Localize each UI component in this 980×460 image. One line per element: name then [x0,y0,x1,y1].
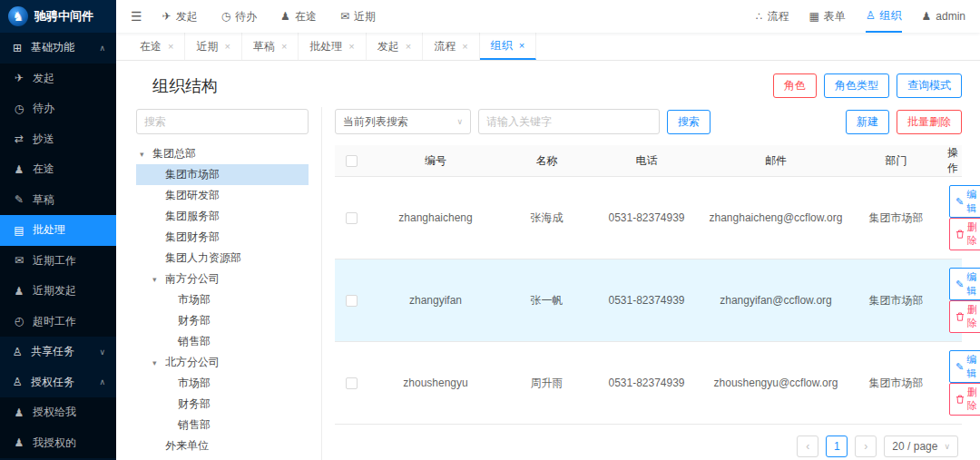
cell-phone: 0531-82374939 [590,342,703,425]
tab-batch-process[interactable]: 批处理 × [299,33,366,60]
chevron-up-icon: ∧ [99,44,105,53]
topnav-todo[interactable]: ◷ 待办 [221,0,257,33]
close-icon[interactable]: × [224,41,230,52]
tree-node-north-marketing[interactable]: 市场部 [136,373,309,394]
sidebar-item-initiate[interactable]: ✈ 发起 [0,64,116,94]
delete-button[interactable]: 删除 [949,218,980,250]
page-size-select[interactable]: 20 / page ∨ [884,436,958,457]
delete-button[interactable]: 删除 [949,300,980,333]
tree-node-external-unit[interactable]: 外来单位 [136,436,309,456]
edit-label: 编辑 [966,270,976,298]
tree-node-north-finance[interactable]: 财务部 [136,394,309,415]
topnav-initiate[interactable]: ✈ 发起 [162,0,198,33]
tree-node-group-finance[interactable]: 集团财务部 [136,227,309,248]
tree-node-label: 外来单位 [165,438,209,454]
role-button[interactable]: 角色 [773,73,817,98]
batch-delete-button[interactable]: 批量删除 [897,110,962,134]
tree-expand-icon[interactable]: ▾ [140,150,152,159]
pencil-icon: ✎ [956,196,964,208]
tab-flow[interactable]: 流程 × [423,33,479,60]
tree-search-input[interactable] [136,109,309,134]
sidebar-item-draft[interactable]: ✎ 草稿 [0,185,116,216]
prev-page-button[interactable]: ‹ [797,436,818,457]
close-icon[interactable]: × [519,40,524,51]
topnav-flow[interactable]: ∴ 流程 [756,0,789,33]
sidebar-item-label: 近期工作 [33,253,76,269]
create-button[interactable]: 新建 [846,110,889,134]
sidebar-group-authorized-tasks[interactable]: ♙ 授权任务 ∧ [0,367,116,398]
keyword-input[interactable] [478,109,660,134]
sidebar-item-cc[interactable]: ⇄ 抄送 [0,124,116,155]
tree-node-south-sales[interactable]: 销售部 [136,331,309,352]
topbar-right: ∴ 流程 ▦ 表单 ♙ 组织 ♟ admin [756,0,965,33]
close-icon[interactable]: × [462,41,467,52]
close-icon[interactable]: × [348,41,354,52]
tab-recent[interactable]: 近期 × [185,33,241,60]
query-mode-button[interactable]: 查询模式 [897,73,962,98]
caret-down-icon: ∨ [456,117,463,126]
cell-phone: 0531-82374939 [590,177,703,259]
tree-node-group-rnd[interactable]: 集团研发部 [136,185,309,206]
topnav-org[interactable]: ♙ 组织 [866,0,902,33]
tree-node-south-marketing[interactable]: 市场部 [136,289,309,310]
topbar: ☰ ✈ 发起 ◷ 待办 ♟ 在途 ✉ 近期 [116,0,980,33]
menu-collapse-icon[interactable]: ☰ [131,9,142,24]
tree-node-south-branch[interactable]: ▾ 南方分公司 [136,269,309,289]
tree-node-north-branch[interactable]: ▾ 北方分公司 [136,352,309,373]
tab-label: 在途 [140,39,162,54]
tab-label: 发起 [377,39,399,54]
sidebar-item-todo[interactable]: ◷ 待办 [0,93,116,124]
select-all-checkbox[interactable] [346,155,358,167]
topnav-recent[interactable]: ✉ 近期 [340,0,376,33]
table-row: zhanghaicheng 张海成 0531-82374939 zhanghai… [335,177,962,259]
search-scope-select[interactable]: 当前列表搜索 ∨ [335,109,471,134]
user-menu-admin[interactable]: ♟ admin [922,0,965,33]
sidebar-item-in-transit[interactable]: ♟ 在途 [0,154,116,185]
sidebar-group-basic-functions[interactable]: ⊞ 基础功能 ∧ [0,33,116,64]
tab-initiate[interactable]: 发起 × [367,33,423,60]
role-type-button[interactable]: 角色类型 [824,73,889,98]
delete-button[interactable]: 删除 [949,383,980,416]
sidebar-item-batch-process[interactable]: ▤ 批处理 [0,215,116,246]
topnav-label: 流程 [767,9,789,24]
edit-button[interactable]: ✎编辑 [949,185,980,218]
sidebar-item-recent-initiate[interactable]: ♟ 近期发起 [0,276,116,307]
next-page-button[interactable]: › [855,436,877,457]
topnav-in-transit[interactable]: ♟ 在途 [280,0,317,33]
tab-org[interactable]: 组织 × [480,33,536,60]
sidebar-group-shared-tasks[interactable]: ♙ 共享任务 ∨ [0,337,116,367]
sidebar-item-authorized-to-me[interactable]: ♟ 授权给我 [0,397,116,428]
trash-icon [956,312,965,321]
page-number[interactable]: 1 [826,436,848,457]
user-icon: ♟ [13,163,25,176]
sidebar-item-overtime-work[interactable]: ◴ 超时工作 [0,307,116,338]
username: admin [936,10,965,23]
close-icon[interactable]: × [168,41,173,52]
topnav-form[interactable]: ▦ 表单 [808,0,845,33]
row-checkbox[interactable] [346,295,358,307]
sidebar-item-recent-work[interactable]: ✉ 近期工作 [0,246,116,277]
col-header-name: 名称 [504,145,590,177]
cell-dept: 集团市场部 [848,259,944,342]
close-icon[interactable]: × [406,41,411,52]
tree-node-group-service[interactable]: 集团服务部 [136,206,309,227]
search-button[interactable]: 搜索 [667,110,710,134]
page-header-buttons: 角色 角色类型 查询模式 [773,73,962,98]
tab-draft[interactable]: 草稿 × [242,33,299,60]
edit-button[interactable]: ✎编辑 [949,350,980,383]
tab-in-transit[interactable]: 在途 × [129,33,185,60]
row-checkbox[interactable] [346,212,358,224]
close-icon[interactable]: × [281,41,287,52]
tree-expand-icon[interactable]: ▾ [152,275,165,284]
tree-node-north-sales[interactable]: 销售部 [136,415,309,436]
tree-node-group-hq[interactable]: ▾ 集团总部 [136,143,309,164]
sidebar-item-my-authorized[interactable]: ♟ 我授权的 [0,428,116,459]
trash-icon [956,230,965,239]
user-icon: ♟ [13,285,25,298]
tree-node-group-marketing[interactable]: 集团市场部 [136,164,309,185]
row-checkbox[interactable] [346,377,358,389]
tree-node-group-hr[interactable]: 集团人力资源部 [136,248,309,269]
edit-button[interactable]: ✎编辑 [949,268,980,300]
tree-expand-icon[interactable]: ▾ [152,358,165,367]
tree-node-south-finance[interactable]: 财务部 [136,310,309,331]
